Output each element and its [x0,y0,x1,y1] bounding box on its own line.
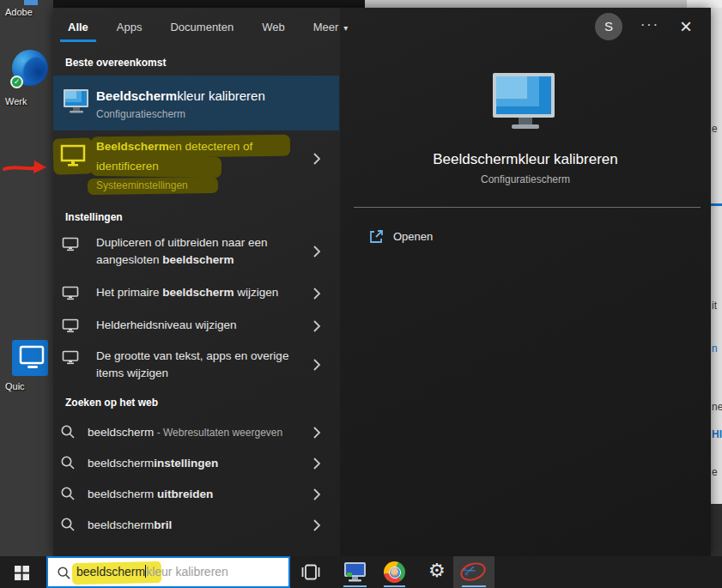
edge-blue-line [711,203,722,206]
result-title-line2: identificeren [96,158,159,175]
background-browser-edge: e it n ne HI e [711,8,722,504]
remote-desktop-icon[interactable] [343,561,367,583]
chevron-right-icon [312,319,321,333]
monitor-icon [60,144,86,167]
preview-title: Beeldschermkleur kalibreren [340,151,711,168]
search-icon [60,455,76,470]
taskbar: beeldschermkleur kalibreren ⚙ ✂ [0,556,722,588]
tab-documenten[interactable]: Documenten [167,18,236,42]
chevron-right-icon [312,152,321,166]
chrome-icon[interactable] [384,561,405,583]
taskbar-search-input[interactable]: beeldschermkleur kalibreren [46,556,290,588]
search-icon [60,424,76,439]
search-filter-tabs: Alle Apps Documenten Web Meer▾ [65,18,350,42]
close-icon[interactable]: × [680,15,692,39]
monitor-icon [62,350,79,365]
display-color-icon [62,88,91,115]
result-label: Helderheidsniveau wijzigen [96,317,306,334]
sync-check-badge-icon: ✓ [10,76,23,88]
open-app-indicator [462,585,486,587]
search-icon [60,486,76,501]
tab-meer[interactable]: Meer▾ [311,18,351,42]
chevron-right-icon [312,358,321,372]
chevron-down-icon: ▾ [343,23,348,33]
desktop-icon-adobe-label[interactable]: Adobe [0,7,53,17]
result-subtitle: Systeeminstellingen [96,179,188,191]
monitor-icon [62,286,79,300]
result-label: beeldschermbril [88,517,311,534]
web-result-beeldscherm[interactable]: beeldscherm - Webresultaten weergeven [53,422,339,445]
profile-face [391,567,398,577]
snipping-tool-active-tile[interactable]: ✂ [453,556,494,588]
chevron-right-icon [312,488,321,501]
result-label: De grootte van tekst, apps en overige it… [96,348,294,382]
desktop-icon-quic-label[interactable]: Quic [0,381,53,391]
result-detect-displays[interactable]: Beeldschermen detecteren of identificere… [53,133,339,200]
web-result-beeldscherm-uitbreiden[interactable]: beeldscherm uitbreiden [53,484,339,506]
desktop-icon-werk-label[interactable]: Werk [0,96,53,106]
quicksupport-icon[interactable] [12,340,48,376]
monitor-icon [62,237,79,252]
settings-result-text-size[interactable]: De grootte van tekst, apps en overige it… [53,347,339,390]
best-match-title: Beeldschermkleur kalibreren [96,88,265,103]
search-text: beeldschermkleur kalibreren [76,565,228,579]
result-label: Het primaire beeldscherm wijzigen [96,284,306,301]
task-view-icon[interactable] [301,564,320,580]
chevron-right-icon [312,426,321,439]
background-window-titlebar-corner [687,0,722,8]
web-result-beeldschermbril[interactable]: beeldschermbril [53,515,339,537]
edge-text-fragment: HI [712,428,722,440]
open-app-indicator [384,585,405,587]
settings-gear-icon[interactable]: ⚙ [428,560,446,582]
result-label: Dupliceren of uitbreiden naar een aanges… [96,234,306,269]
best-match-subtitle: Configuratiescherm [96,108,185,120]
background-window-titlebar-dark [53,0,365,8]
chevron-right-icon [312,518,321,532]
chevron-right-icon [312,457,321,470]
edge-text-fragment: it [712,300,717,312]
chevron-right-icon [312,245,321,258]
open-action[interactable]: Openen [393,230,433,243]
display-color-icon-large [489,70,561,132]
werkmap-icon-swirl [21,57,46,82]
edge-text-fragment: ne [712,401,722,413]
preview-separator [354,207,701,208]
settings-result-primary-display[interactable]: Het primaire beeldscherm wijzigen [53,283,339,306]
tab-web[interactable]: Web [259,18,288,42]
chevron-right-icon [312,287,321,300]
screen: { "window": { "close_label": "×", "more_… [0,0,722,588]
settings-result-duplicate-extend[interactable]: Dupliceren of uitbreiden naar een aanges… [53,233,339,276]
edge-text-fragment: e [712,466,718,478]
result-label: beeldscherm - Webresultaten weergeven [88,424,311,441]
desktop-icon-partial [24,0,38,5]
result-label: beeldscherminstellingen [88,455,311,472]
web-result-beeldscherminstellingen[interactable]: beeldscherminstellingen [53,453,339,476]
background-desktop-edge [711,504,722,556]
section-header-settings: Instellingen [65,211,123,223]
tab-alle[interactable]: Alle [65,18,91,42]
preview-subtitle: Configuratiescherm [340,173,711,185]
settings-result-brightness[interactable]: Helderheidsniveau wijzigen [53,316,339,338]
section-header-web-search: Zoeken op het web [65,397,158,409]
search-icon [57,566,71,580]
tab-apps[interactable]: Apps [114,18,145,42]
search-icon [60,517,76,532]
background-window-titlebar-light [365,0,687,8]
quicksupport-monitor-glyph [12,340,48,376]
best-match-result[interactable]: Beeldschermkleur kalibreren Configuratie… [53,76,339,130]
start-button-icon[interactable] [15,566,29,580]
open-external-icon [369,229,384,244]
result-title-line1: Beeldschermen detecteren of [96,138,252,155]
result-label: beeldscherm uitbreiden [88,486,311,503]
more-options-icon[interactable]: ··· [640,17,659,33]
user-avatar[interactable]: S [595,13,622,40]
open-app-indicator [343,585,367,587]
desktop: Adobe ✓ Werk Quic [0,0,53,556]
edge-text-fragment: n [712,342,718,355]
search-suggestion: kleur kalibreren [146,565,228,579]
monitor-icon [62,318,79,333]
section-header-best-match: Beste overeenkomst [65,57,166,69]
red-annotation-arrow [2,157,52,179]
edge-text-fragment: e [712,123,718,135]
